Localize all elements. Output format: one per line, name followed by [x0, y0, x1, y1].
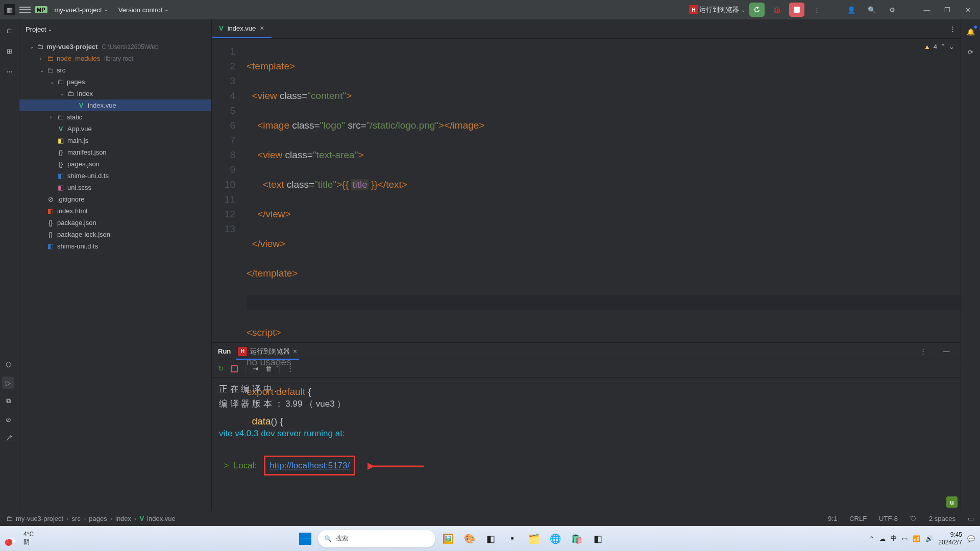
problems-icon[interactable]: ⊘ [2, 413, 14, 425]
project-panel-header[interactable]: Project [19, 19, 211, 39]
project-badge: MP [35, 6, 47, 13]
taskbar-explorer-icon[interactable]: 🗂️ [525, 530, 543, 547]
editor-tab-index-vue[interactable]: V index.vue × [212, 19, 272, 38]
taskbar-app-icon[interactable]: 🖼️ [439, 530, 457, 547]
taskbar-store-icon[interactable]: 🛍️ [568, 530, 585, 547]
project-switcher[interactable]: my-vue3-project [52, 4, 111, 16]
stop-process-icon[interactable] [231, 365, 238, 372]
local-server-url-link[interactable]: http://localhost:5173/ [270, 461, 350, 470]
tree-pages-json[interactable]: {}pages.json [19, 158, 211, 170]
tree-shims-uni[interactable]: ◧shims-uni.d.ts [19, 240, 211, 252]
run-more-icon[interactable]: ⋮ [915, 343, 931, 360]
more-tools-icon[interactable]: ⋯ [4, 65, 16, 78]
tree-index-vue[interactable]: Vindex.vue [19, 99, 211, 111]
tree-pages[interactable]: ⌄🗀pages [19, 76, 211, 88]
more-actions-icon[interactable]: ⋮ [808, 2, 825, 18]
file-encoding[interactable]: UTF-8 [879, 515, 898, 522]
hamburger-menu-icon[interactable] [19, 4, 31, 15]
debug-button[interactable]: 🐞 [769, 2, 785, 18]
nav-down-icon[interactable]: ⌄ [949, 43, 954, 51]
ts-file-icon: ◧ [47, 242, 54, 250]
window-minimize-icon[interactable]: — [919, 2, 935, 18]
clear-all-icon[interactable]: 🗑 [265, 365, 272, 372]
tray-battery-icon[interactable]: ▭ [902, 535, 908, 542]
tree-root[interactable]: ⌄🗀my-vue3-projectC:\Users\12605\Web [19, 41, 211, 53]
tray-chevron-icon[interactable]: ⌃ [869, 535, 874, 542]
tree-manifest[interactable]: {}manifest.json [19, 146, 211, 158]
version-control-menu[interactable]: Version control [115, 4, 172, 16]
tray-ime-icon[interactable]: 中 [891, 534, 897, 543]
window-restore-icon[interactable]: ❐ [939, 2, 955, 18]
problems-indicator[interactable]: ▲4 ⌃⌄ [924, 43, 954, 51]
run-configuration-selector[interactable]: H 运行到浏览器 ⌄ [689, 5, 745, 14]
breadcrumb-item[interactable]: pages [89, 515, 107, 522]
taskbar-clock[interactable]: 9:452024/2/7 [938, 531, 962, 546]
tree-node-modules[interactable]: ›🗀node_moduleslibrary root [19, 53, 211, 64]
taskbar-app-icon[interactable]: 🎨 [461, 530, 478, 547]
readonly-icon[interactable]: 🛡 [910, 515, 917, 522]
tree-index-folder[interactable]: ⌄🗀index [19, 88, 211, 99]
system-tray[interactable]: ⌃ ☁ 中 ▭ 📶 🔊 9:452024/2/7 💬 [869, 531, 975, 546]
tree-static[interactable]: ›🗀static [19, 111, 211, 123]
minimize-panel-icon[interactable]: — [938, 343, 954, 360]
settings-icon[interactable]: ⚙ [884, 2, 900, 18]
tree-app-vue[interactable]: VApp.vue [19, 123, 211, 135]
tree-package-lock[interactable]: {}package-lock.json [19, 229, 211, 240]
project-tree[interactable]: ⌄🗀my-vue3-projectC:\Users\12605\Web ›🗀no… [19, 39, 211, 511]
folder-icon: 🗀 [47, 55, 54, 62]
close-tab-icon[interactable]: × [260, 24, 264, 32]
run-window-icon[interactable]: ▷ [2, 377, 14, 389]
close-run-tab-icon[interactable]: × [293, 347, 297, 355]
breadcrumb-item[interactable]: my-vue3-project [16, 515, 63, 522]
start-button[interactable] [297, 530, 314, 547]
notifications-icon[interactable]: 🔔 [965, 26, 977, 38]
taskbar-app-icon[interactable]: ▪ [504, 530, 521, 547]
git-icon[interactable]: ⎇ [2, 432, 14, 444]
structure-tool-icon[interactable]: ⊞ [4, 45, 16, 57]
taskbar-edge-icon[interactable]: 🌐 [547, 530, 564, 547]
tray-cloud-icon[interactable]: ☁ [879, 535, 886, 542]
rerun-icon[interactable]: ↻ [218, 365, 224, 372]
toolbar-more-icon[interactable]: ⋮ [287, 365, 293, 372]
terminal-window-icon[interactable]: ⧉ [2, 395, 14, 407]
search-icon: 🔍 [324, 535, 332, 542]
services-icon[interactable]: ⬡ [2, 358, 14, 370]
tree-shime-uni[interactable]: ◧shime-uni.d.ts [19, 170, 211, 182]
search-everywhere-icon[interactable]: 🔍 [864, 2, 880, 18]
indent-setting[interactable]: 2 spaces [929, 515, 955, 522]
run-config-tab[interactable]: H 运行到浏览器 × [238, 344, 297, 359]
taskbar-phpstorm-icon[interactable]: ◧ [482, 530, 500, 547]
taskbar-search[interactable]: 🔍搜索 [318, 530, 435, 547]
editor-more-icon[interactable]: ⋮ [944, 21, 961, 37]
nav-up-icon[interactable]: ⌃ [940, 43, 946, 51]
sync-icon[interactable]: ⟳ [965, 46, 977, 58]
code-content[interactable]: <template> <view class="content"> <image… [241, 39, 961, 342]
tree-index-html[interactable]: ◧index.html [19, 205, 211, 217]
taskbar-webstorm-icon[interactable]: ◧ [590, 530, 607, 547]
line-separator[interactable]: CRLF [849, 515, 867, 522]
code-editor[interactable]: 12345678910111213 <template> <view class… [212, 39, 961, 342]
tray-volume-icon[interactable]: 🔊 [925, 535, 933, 542]
tray-notifications-icon[interactable]: 💬 [967, 535, 975, 542]
tree-src[interactable]: ⌄🗀src [19, 64, 211, 76]
tray-wifi-icon[interactable]: 📶 [913, 535, 920, 542]
tree-gitignore[interactable]: ⊘.gitignore [19, 193, 211, 205]
cursor-position[interactable]: 9:1 [828, 515, 837, 522]
folder-icon: 🗀 [37, 43, 43, 51]
breadcrumb-item[interactable]: index.vue [147, 515, 176, 522]
stop-button[interactable] [789, 3, 804, 17]
scroll-to-end-icon[interactable]: ⇥ [253, 365, 258, 372]
tree-main-js[interactable]: ◧main.js [19, 135, 211, 146]
taskbar-weather-widget[interactable]: 1 4°C阴 [5, 531, 34, 546]
window-close-icon[interactable]: ✕ [960, 2, 976, 18]
tree-uni-scss[interactable]: ◧uni.scss [19, 182, 211, 193]
breadcrumb-item[interactable]: index [115, 515, 131, 522]
status-more-icon[interactable]: ▭ [968, 515, 974, 522]
html-file-icon: ◧ [47, 207, 54, 215]
project-tool-icon[interactable]: 🗀 [4, 24, 16, 37]
run-button[interactable] [749, 3, 765, 17]
breadcrumb-item[interactable]: src [72, 515, 81, 522]
terminal-output[interactable]: 正 在 编 译 中 . . . 编 译 器 版 本 ： 3.99 （ vue3 … [212, 378, 961, 511]
tree-package-json[interactable]: {}package.json [19, 217, 211, 229]
account-icon[interactable]: 👤 [843, 2, 860, 18]
